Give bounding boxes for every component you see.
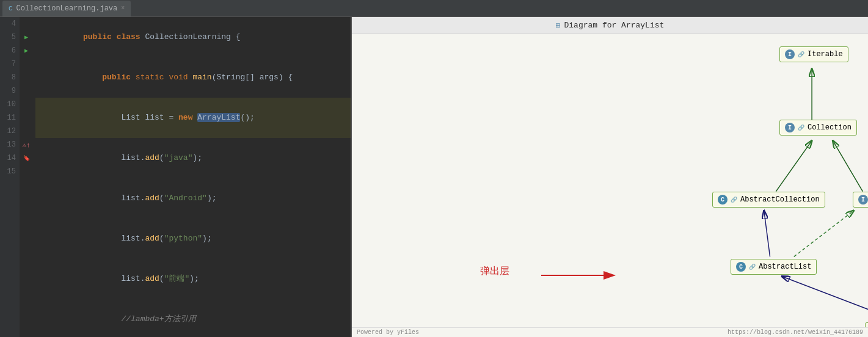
gutter: ▶ ▶ ⚠↑ 🔖 bbox=[20, 17, 33, 337]
svg-line-6 bbox=[764, 211, 770, 256]
line-num-7: 7 bbox=[4, 57, 16, 71]
gutter-10 bbox=[20, 98, 33, 111]
run-icon-5[interactable]: ▶ bbox=[24, 34, 28, 41]
warning-icon-13: ⚠↑ bbox=[22, 141, 30, 149]
java-file-icon: C bbox=[9, 5, 13, 12]
main-area: 4 5 6 7 8 9 10 11 12 13 14 15 ▶ ▶ bbox=[0, 17, 868, 337]
tab-label: CollectionLearning.java bbox=[16, 4, 118, 13]
line-num-15: 15 bbox=[4, 165, 16, 178]
popup-arrow-svg bbox=[352, 34, 868, 327]
uml-node-abstractlist[interactable]: C 🔗 AbstractList bbox=[731, 259, 817, 275]
gutter-11 bbox=[20, 111, 33, 125]
line-num-4: 4 bbox=[4, 17, 16, 31]
code-line-12: //lambda+方法引用 bbox=[35, 299, 351, 337]
class-name: CollectionLearning bbox=[145, 32, 235, 42]
code-line-11: list.add("前端"); bbox=[35, 259, 351, 299]
line-num-11: 11 bbox=[4, 111, 16, 125]
code-line-10: list.add("python"); bbox=[35, 219, 351, 259]
line-numbers: 4 5 6 7 8 9 10 11 12 13 14 15 bbox=[0, 17, 20, 337]
code-line-9: list.add("Android"); bbox=[35, 178, 351, 219]
kw-class: class bbox=[117, 32, 145, 42]
diagram-header-icon: ⊞ bbox=[556, 21, 561, 31]
uml-node-collection[interactable]: I 🔗 Collection bbox=[779, 120, 857, 136]
svg-line-8 bbox=[782, 277, 868, 319]
code-line-5: public class CollectionLearning { bbox=[35, 17, 351, 57]
label-abstractlist: AbstractList bbox=[759, 263, 811, 271]
line-num-6: 6 bbox=[4, 44, 16, 57]
gutter-12 bbox=[20, 125, 33, 138]
footer-left: Powered by yFiles bbox=[357, 329, 419, 336]
code-content: 4 5 6 7 8 9 10 11 12 13 14 15 ▶ ▶ bbox=[0, 17, 351, 337]
line-num-5: 5 bbox=[4, 31, 16, 44]
diagram-svg bbox=[352, 34, 868, 327]
line-num-8: 8 bbox=[4, 71, 16, 84]
badge-sub-iterable: 🔗 bbox=[798, 51, 804, 58]
code-line-8: list.add("java"); bbox=[35, 138, 351, 178]
badge-list: I bbox=[858, 195, 868, 205]
label-collection: Collection bbox=[808, 123, 852, 132]
code-line-7: List list = new ArrayList(); bbox=[35, 98, 351, 138]
line-num-12: 12 bbox=[4, 125, 16, 138]
diagram-header: ⊞ Diagram for ArrayList bbox=[352, 17, 868, 34]
gutter-14: 🔖 bbox=[20, 151, 33, 165]
badge-collection: I bbox=[785, 123, 795, 132]
popup-label: 弹出层 bbox=[480, 265, 509, 278]
gutter-13[interactable]: ⚠↑ bbox=[20, 138, 33, 151]
gutter-9 bbox=[20, 84, 33, 98]
uml-node-abstractcollection[interactable]: C 🔗 AbstractCollection bbox=[712, 192, 825, 208]
diagram-footer: Powered by yFiles https://blog.csdn.net/… bbox=[352, 327, 868, 337]
line-num-9: 9 bbox=[4, 84, 16, 98]
gutter-7 bbox=[20, 57, 33, 71]
uml-node-iterable[interactable]: I 🔗 Iterable bbox=[779, 46, 848, 62]
kw-public: public bbox=[83, 32, 117, 42]
diagram-body[interactable]: I 🔗 Iterable I 🔗 Collection C 🔗 Abstract… bbox=[352, 34, 868, 327]
file-tab[interactable]: C CollectionLearning.java × bbox=[2, 1, 131, 16]
gutter-4 bbox=[20, 17, 33, 31]
method-main: main bbox=[192, 73, 211, 82]
footer-right: https://blog.csdn.net/weixin_44176189 bbox=[728, 329, 863, 336]
line-num-13: 13 bbox=[4, 138, 16, 151]
svg-line-5 bbox=[833, 140, 863, 191]
kw-static: static bbox=[136, 73, 169, 82]
label-iterable: Iterable bbox=[808, 50, 843, 59]
run-icon-6[interactable]: ▶ bbox=[24, 47, 28, 54]
code-line-6: public static void main(String[] args) { bbox=[35, 57, 351, 98]
diagram-panel: ⊞ Diagram for ArrayList bbox=[352, 17, 868, 337]
kw-void: void bbox=[169, 73, 192, 82]
gutter-5[interactable]: ▶ bbox=[20, 31, 33, 44]
svg-line-4 bbox=[776, 140, 812, 191]
code-panel: 4 5 6 7 8 9 10 11 12 13 14 15 ▶ ▶ bbox=[0, 17, 352, 337]
line-num-10: 10 bbox=[4, 98, 16, 111]
svg-line-7 bbox=[794, 211, 854, 256]
gutter-15 bbox=[20, 165, 33, 178]
badge-abstractlist: C bbox=[736, 262, 746, 272]
label-abstractcollection: AbstractCollection bbox=[740, 195, 820, 204]
tab-close-button[interactable]: × bbox=[121, 5, 125, 12]
gutter-6[interactable]: ▶ bbox=[20, 44, 33, 57]
highlighted-arraylist: ArrayList bbox=[197, 113, 240, 122]
uml-node-arraylist[interactable]: C 🔗 ArrayList bbox=[865, 322, 868, 327]
badge-sub-collection: 🔗 bbox=[798, 125, 804, 131]
bookmark-icon-14: 🔖 bbox=[23, 155, 30, 162]
badge-sub-abstractlist: 🔗 bbox=[749, 264, 756, 270]
uml-node-list[interactable]: I 🔗 List bbox=[853, 192, 868, 208]
gutter-8 bbox=[20, 71, 33, 84]
code-lines: public class CollectionLearning { public… bbox=[33, 17, 351, 337]
kw-public2: public bbox=[83, 73, 136, 82]
line-num-14: 14 bbox=[4, 151, 16, 165]
badge-sub-abstractcollection: 🔗 bbox=[731, 197, 737, 203]
brace-open: { bbox=[236, 32, 241, 42]
diagram-title: Diagram for ArrayList bbox=[564, 21, 665, 30]
tab-bar: C CollectionLearning.java × bbox=[0, 0, 868, 17]
badge-iterable: I bbox=[785, 49, 795, 59]
badge-abstractcollection: C bbox=[718, 195, 728, 205]
